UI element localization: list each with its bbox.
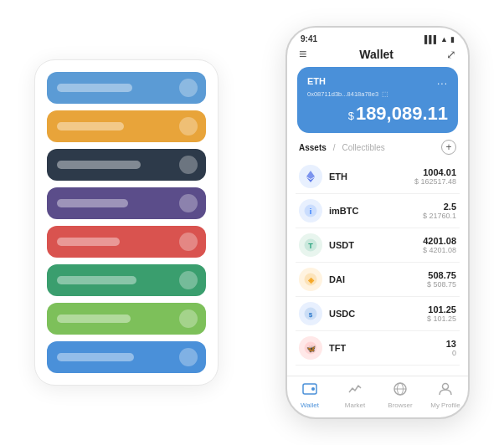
asset-usd-imbtc: $ 21760.1 — [423, 212, 456, 220]
profile-nav-icon — [438, 381, 453, 400]
browser-nav-icon — [393, 381, 408, 400]
dai-icon: ◈ — [299, 268, 322, 291]
svg-text:i: i — [310, 207, 312, 216]
expand-icon[interactable]: ⤢ — [446, 48, 456, 61]
svg-point-13 — [311, 387, 315, 391]
asset-name-usdt: USDT — [329, 240, 423, 250]
card-item[interactable] — [47, 72, 206, 104]
asset-amount-usdc: 101.25 — [427, 304, 456, 315]
add-asset-button[interactable]: + — [441, 140, 456, 155]
asset-values-usdt: 4201.08 $ 4201.08 — [423, 236, 456, 254]
tab-collectibles[interactable]: Collectibles — [342, 143, 385, 152]
card-item[interactable] — [47, 226, 206, 258]
eth-icon — [299, 165, 322, 188]
eth-card[interactable]: ETH ... 0x08711d3b...8418a78e3 ⬚ $189,08… — [297, 67, 458, 133]
asset-amount-imbtc: 2.5 — [423, 202, 456, 212]
card-dot — [179, 79, 198, 97]
asset-usd-tft: 0 — [446, 349, 456, 357]
card-dot — [179, 309, 198, 328]
phone: 9:41 ▌▌▌ ▲ ▮ ≡ Wallet ⤢ ETH ... 0x08711d… — [285, 26, 470, 419]
market-nav-icon — [347, 381, 363, 400]
card-dot — [179, 117, 198, 136]
asset-usd-dai: $ 508.75 — [427, 280, 456, 289]
card-bar — [57, 161, 141, 169]
eth-label: ETH — [307, 76, 326, 86]
nav-profile[interactable]: My Profile — [423, 381, 468, 409]
asset-name-dai: DAI — [329, 274, 427, 284]
nav-wallet-label: Wallet — [301, 402, 319, 409]
page-title: Wallet — [359, 48, 393, 61]
svg-text:T: T — [308, 242, 313, 250]
asset-values-usdc: 101.25 $ 101.25 — [427, 304, 456, 323]
card-dot — [179, 156, 198, 174]
asset-row-imbtc[interactable]: i imBTC 2.5 $ 21760.1 — [296, 194, 460, 228]
scene: 9:41 ▌▌▌ ▲ ▮ ≡ Wallet ⤢ ETH ... 0x08711d… — [9, 9, 495, 436]
eth-card-top: ETH ... — [307, 75, 448, 87]
asset-usd-eth: $ 162517.48 — [414, 177, 456, 186]
assets-header: Assets / Collectibles + — [287, 140, 468, 160]
card-bar — [57, 238, 120, 246]
eth-balance: $189,089.11 — [307, 103, 448, 125]
bottom-nav: Wallet Market Browser My Profile — [287, 376, 468, 417]
asset-row-eth[interactable]: ETH 1004.01 $ 162517.48 — [296, 160, 460, 194]
asset-amount-dai: 508.75 — [427, 270, 456, 280]
card-item[interactable] — [47, 149, 206, 181]
nav-wallet[interactable]: Wallet — [287, 381, 332, 409]
balance-amount: 189,089.11 — [356, 103, 448, 124]
asset-values-imbtc: 2.5 $ 21760.1 — [423, 202, 456, 220]
asset-values-eth: 1004.01 $ 162517.48 — [414, 167, 456, 186]
card-dot — [179, 271, 198, 289]
dollar-sign: $ — [348, 110, 354, 122]
wifi-icon: ▲ — [440, 35, 448, 43]
card-item[interactable] — [47, 110, 206, 142]
svg-text:◈: ◈ — [307, 276, 315, 284]
status-icons: ▌▌▌ ▲ ▮ — [424, 35, 455, 43]
asset-usd-usdc: $ 101.25 — [427, 315, 456, 323]
svg-marker-0 — [306, 171, 315, 179]
card-bar — [57, 276, 136, 284]
card-item[interactable] — [47, 303, 206, 335]
asset-name-tft: TFT — [329, 343, 446, 353]
card-dot — [179, 233, 198, 251]
tab-separator: / — [333, 143, 336, 152]
status-time: 9:41 — [301, 34, 317, 43]
asset-row-tft[interactable]: 🦋 TFT 13 0 — [296, 331, 460, 366]
usdt-icon: T — [299, 233, 322, 257]
tft-icon: 🦋 — [299, 336, 322, 360]
svg-text:$: $ — [309, 311, 313, 319]
battery-icon: ▮ — [450, 35, 455, 43]
asset-name-eth: ETH — [329, 171, 414, 182]
asset-row-dai[interactable]: ◈ DAI 508.75 $ 508.75 — [296, 263, 460, 297]
asset-amount-eth: 1004.01 — [414, 167, 456, 177]
eth-more-button[interactable]: ... — [437, 75, 448, 87]
card-item[interactable] — [47, 341, 206, 373]
nav-browser-label: Browser — [388, 402, 412, 409]
card-bar — [57, 122, 124, 130]
asset-values-dai: 508.75 $ 508.75 — [427, 270, 456, 289]
wallet-nav-icon — [302, 381, 317, 400]
nav-market-label: Market — [345, 402, 365, 409]
card-dot — [179, 348, 198, 366]
asset-row-usdc[interactable]: $ USDC 101.25 $ 101.25 — [296, 297, 460, 331]
card-dot — [179, 194, 198, 212]
assets-tabs: Assets / Collectibles — [299, 143, 385, 152]
card-bar — [57, 315, 131, 323]
status-bar: 9:41 ▌▌▌ ▲ ▮ — [287, 28, 468, 43]
asset-name-usdc: USDC — [329, 309, 427, 319]
menu-icon[interactable]: ≡ — [299, 47, 306, 62]
card-item[interactable] — [47, 264, 206, 296]
svg-point-17 — [443, 384, 449, 390]
asset-values-tft: 13 0 — [446, 339, 456, 357]
card-item[interactable] — [47, 187, 206, 219]
eth-address: 0x08711d3b...8418a78e3 ⬚ — [307, 90, 448, 98]
usdc-icon: $ — [299, 302, 322, 325]
card-bar — [57, 353, 134, 361]
imbtc-icon: i — [299, 199, 322, 222]
nav-browser[interactable]: Browser — [378, 381, 423, 409]
nav-market[interactable]: Market — [332, 381, 378, 409]
asset-row-usdt[interactable]: T USDT 4201.08 $ 4201.08 — [296, 228, 460, 263]
asset-amount-tft: 13 — [446, 339, 456, 349]
asset-amount-usdt: 4201.08 — [423, 236, 456, 246]
tab-assets[interactable]: Assets — [299, 143, 327, 152]
signal-icon: ▌▌▌ — [424, 35, 438, 43]
